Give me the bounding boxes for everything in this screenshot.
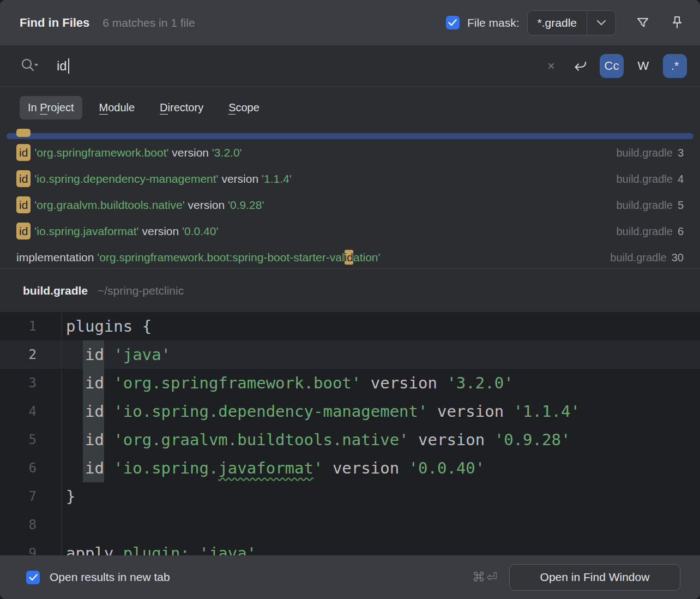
line-number: 5 bbox=[0, 426, 37, 454]
text-segment: '3.2.0' bbox=[212, 146, 242, 159]
search-icon[interactable] bbox=[20, 57, 39, 75]
line-number-current: 2 bbox=[0, 340, 37, 369]
text-segment: '0.9.28' bbox=[494, 430, 571, 449]
chevron-down-icon[interactable] bbox=[587, 11, 615, 35]
result-file-ref: build.gradle6 bbox=[616, 225, 684, 238]
file-mask-combobox[interactable]: *.gradle bbox=[527, 10, 616, 35]
line-number: 6 bbox=[0, 454, 37, 482]
text-segment: 'java' bbox=[113, 345, 171, 364]
result-file-ref: build.gradle5 bbox=[616, 199, 684, 212]
text-segment: version bbox=[219, 172, 262, 185]
file-mask-value[interactable]: *.gradle bbox=[528, 11, 587, 35]
result-text: id'org.springframework.boot' version '3.… bbox=[16, 146, 616, 159]
code-line: id 'org.graalvm.buildtools.native' versi… bbox=[62, 426, 700, 454]
text-segment: version bbox=[409, 430, 494, 449]
regex-toggle[interactable]: .* bbox=[663, 54, 687, 78]
match-case-toggle[interactable]: Cc bbox=[600, 54, 624, 78]
text-segment: version bbox=[168, 146, 212, 159]
dialog-title: Find in Files bbox=[20, 16, 89, 30]
dialog-footer: Open results in new tab ⌘⏎ Open in Find … bbox=[0, 555, 700, 599]
text-caret bbox=[68, 58, 69, 74]
text-segment: '3.2.0' bbox=[446, 374, 513, 392]
text-segment: '0.9.28' bbox=[228, 199, 264, 211]
dialog-header: Find in Files 6 matches in 1 file File m… bbox=[0, 0, 700, 45]
text-segment: } bbox=[66, 487, 75, 506]
editor-code-area[interactable]: plugins { id 'java' id 'org.springframew… bbox=[62, 312, 700, 555]
enter-key-icon: ⏎ bbox=[486, 570, 498, 584]
code-line: apply plugin: 'java' bbox=[62, 539, 700, 555]
search-row: id × Cc W .* bbox=[0, 45, 700, 87]
text-segment: '0.0.40' bbox=[182, 225, 218, 237]
tab-directory[interactable]: Directory bbox=[152, 96, 212, 119]
preview-file-path: ~/spring-petclinic bbox=[98, 284, 184, 297]
find-in-files-dialog: Find in Files 6 matches in 1 file File m… bbox=[0, 0, 700, 599]
result-text: implementation 'org.springframework.boot… bbox=[16, 251, 610, 264]
filter-button[interactable] bbox=[635, 15, 651, 31]
result-text: id'io.spring.javaformat' version '0.0.40… bbox=[16, 225, 616, 238]
clear-search-button[interactable]: × bbox=[542, 58, 560, 74]
result-row[interactable]: id'org.graalvm.buildtools.native' versio… bbox=[0, 192, 700, 218]
text-segment: implementation bbox=[16, 251, 97, 263]
pin-button[interactable] bbox=[669, 15, 685, 31]
whole-words-toggle[interactable]: W bbox=[631, 54, 655, 78]
tab-module[interactable]: Module bbox=[91, 96, 143, 119]
tab-in-project[interactable]: In Project bbox=[20, 96, 82, 119]
code-line: id 'java' bbox=[62, 340, 700, 369]
line-number: 3 bbox=[0, 369, 37, 397]
line-number: 8 bbox=[0, 511, 37, 539]
code-preview-editor[interactable]: 1 2 3 4 5 6 7 8 9 plugins { id 'java' id… bbox=[0, 312, 700, 555]
text-segment: 'org.graalvm.buildtools.native' bbox=[113, 430, 408, 449]
pin-icon bbox=[669, 15, 685, 31]
file-mask-checkbox[interactable] bbox=[446, 16, 460, 29]
result-row[interactable]: id'org.springframework.boot' version '3.… bbox=[0, 140, 700, 166]
open-results-new-tab-checkbox[interactable] bbox=[26, 571, 40, 584]
text-segment: 'org.springframework.boot' bbox=[34, 146, 168, 159]
text-segment: version bbox=[323, 459, 408, 477]
search-input[interactable]: id bbox=[57, 58, 534, 74]
preview-file-header: build.gradle ~/spring-petclinic bbox=[0, 268, 700, 312]
preview-file-name: build.gradle bbox=[23, 284, 88, 297]
editor-gutter: 1 2 3 4 5 6 7 8 9 bbox=[0, 312, 62, 555]
text-segment: apply bbox=[66, 544, 123, 555]
text-segment: '1.1.4' bbox=[262, 172, 292, 185]
text-segment: id bbox=[345, 250, 353, 265]
text-segment: ' bbox=[313, 459, 323, 477]
selected-result-row-partial[interactable] bbox=[7, 133, 693, 139]
line-number: 9 bbox=[0, 539, 37, 555]
text-segment: version bbox=[361, 374, 446, 392]
match-badge-fragment bbox=[16, 129, 31, 137]
text-segment: '1.1.4' bbox=[514, 402, 580, 421]
text-segment: plugin: bbox=[123, 544, 200, 555]
insert-newline-button[interactable] bbox=[568, 57, 592, 75]
open-results-new-tab-label: Open results in new tab bbox=[50, 571, 472, 584]
result-file-ref: build.gradle30 bbox=[610, 251, 684, 264]
result-row[interactable]: implementation 'org.springframework.boot… bbox=[0, 244, 700, 268]
text-segment: version bbox=[427, 402, 513, 421]
text-segment: 'org.graalvm.buildtools.native' bbox=[34, 199, 184, 211]
text-segment: ation' bbox=[353, 251, 381, 263]
check-icon bbox=[448, 19, 457, 26]
match-count-summary: 6 matches in 1 file bbox=[102, 16, 446, 29]
line-number: 1 bbox=[0, 312, 37, 340]
text-segment: id bbox=[16, 223, 31, 239]
file-mask-label: File mask: bbox=[467, 16, 520, 29]
result-row[interactable]: id'io.spring.dependency-management' vers… bbox=[0, 166, 700, 192]
text-segment: 'java' bbox=[199, 544, 256, 555]
open-in-find-window-button[interactable]: Open in Find Window bbox=[509, 564, 680, 591]
text-segment: 'io.spring.dependency-management' bbox=[34, 172, 218, 185]
code-line: } bbox=[62, 482, 700, 511]
result-text: id'org.graalvm.buildtools.native' versio… bbox=[16, 199, 616, 212]
tab-scope[interactable]: Scope bbox=[220, 96, 268, 119]
code-line bbox=[62, 511, 700, 539]
result-file-ref: build.gradle4 bbox=[616, 173, 684, 185]
text-segment: 'org.springframework.boot:spring-boot-st… bbox=[97, 251, 344, 263]
results-list: id'org.springframework.boot' version '3.… bbox=[0, 129, 700, 268]
text-segment: 'io.spring.javaformat' bbox=[34, 225, 138, 237]
text-segment: '0.0.40' bbox=[409, 459, 485, 477]
text-segment: id bbox=[16, 170, 31, 187]
code-line: plugins { bbox=[62, 312, 700, 340]
shortcut-hint: ⌘⏎ bbox=[472, 570, 498, 585]
result-row[interactable]: id'io.spring.javaformat' version '0.0.40… bbox=[0, 218, 700, 244]
search-query-text: id bbox=[57, 58, 67, 74]
line-number: 4 bbox=[0, 397, 37, 426]
